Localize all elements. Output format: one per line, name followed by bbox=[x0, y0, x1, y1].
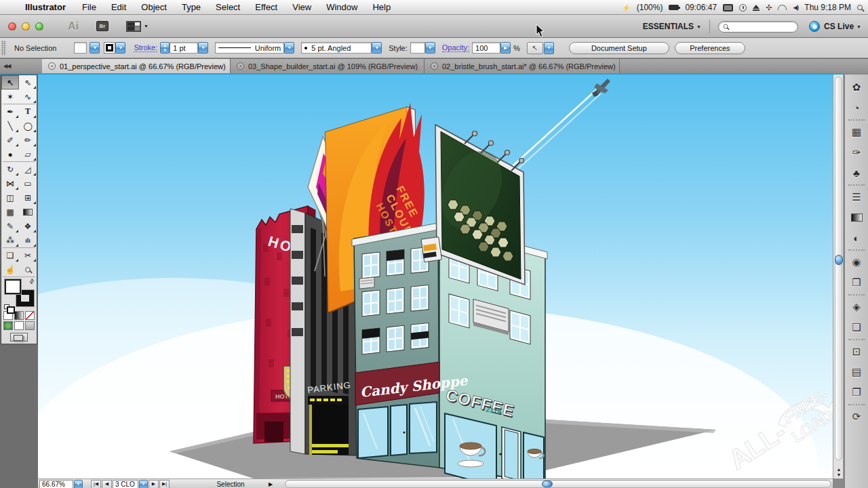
hand-tool[interactable]: ☝ bbox=[1, 262, 19, 277]
tab-scroll-left-icon[interactable]: ◀◀ bbox=[0, 59, 42, 73]
artboards-panel-icon[interactable]: ❏ bbox=[846, 317, 867, 338]
battery-icon[interactable] bbox=[669, 5, 679, 10]
style-select[interactable] bbox=[410, 42, 425, 54]
menu-window[interactable]: Window bbox=[319, 2, 365, 12]
pencil-tool[interactable]: ✏ bbox=[19, 133, 37, 147]
swap-fill-stroke-icon[interactable]: ⇄ bbox=[28, 277, 36, 285]
close-window-button[interactable] bbox=[8, 22, 16, 30]
draw-mode-shape-icon[interactable] bbox=[3, 321, 13, 330]
gradient-panel-icon[interactable] bbox=[846, 207, 867, 228]
layers-panel-icon[interactable]: ◈ bbox=[846, 297, 867, 317]
selection-tool[interactable]: ↖ bbox=[1, 75, 19, 89]
select-similar-dropdown-button[interactable]: ▼ bbox=[544, 42, 554, 54]
transform-panel-icon[interactable]: ⊡ bbox=[846, 342, 867, 362]
scroll-down-icon[interactable]: ▼ bbox=[833, 472, 844, 478]
stroke-panel-link[interactable]: Stroke: bbox=[134, 43, 157, 52]
menu-illustrator[interactable]: Illustrator bbox=[16, 2, 75, 12]
close-tab-icon[interactable]: × bbox=[431, 62, 438, 70]
opacity-panel-link[interactable]: Opacity: bbox=[442, 43, 469, 52]
dock-separator[interactable] bbox=[848, 119, 865, 121]
menu-help[interactable]: Help bbox=[365, 2, 398, 12]
dock-separator[interactable] bbox=[848, 184, 865, 186]
paintbrush-tool[interactable]: ✐ bbox=[1, 133, 19, 147]
menu-select[interactable]: Select bbox=[208, 2, 248, 12]
menu-object[interactable]: Object bbox=[134, 2, 174, 12]
opacity-field[interactable]: 100 bbox=[472, 42, 500, 54]
links-panel-icon[interactable]: ⟳ bbox=[846, 407, 867, 427]
tab-bristle-brush-start[interactable]: × 02_bristle_brush_start.ai* @ 66.67% (R… bbox=[425, 59, 620, 73]
swatches-panel-icon[interactable]: ▦ bbox=[846, 122, 867, 142]
stroke-color-well[interactable] bbox=[104, 42, 115, 54]
scroll-up-icon[interactable]: ▲ bbox=[833, 467, 844, 472]
first-artboard-button[interactable]: |◀ bbox=[91, 480, 101, 488]
stroke-dropdown-button[interactable]: ▼ bbox=[115, 42, 125, 54]
line-segment-tool[interactable]: ╲ bbox=[1, 119, 19, 133]
zoom-window-button[interactable] bbox=[35, 22, 43, 30]
stroke-panel-icon[interactable]: ☰ bbox=[846, 187, 867, 207]
spotlight-icon[interactable] bbox=[857, 5, 863, 10]
artboard-tool[interactable]: ❏ bbox=[1, 248, 19, 262]
symbol-sprayer-tool[interactable]: ⁂ bbox=[1, 233, 19, 247]
status-flyout-icon[interactable]: ▶ bbox=[269, 481, 273, 487]
horizontal-scrollbar[interactable] bbox=[285, 480, 831, 488]
menu-effect[interactable]: Effect bbox=[248, 2, 285, 12]
volume-icon[interactable]: ◀) bbox=[793, 4, 798, 11]
displays-icon[interactable] bbox=[723, 4, 733, 12]
cs-live-menu[interactable]: CS Live bbox=[824, 22, 854, 31]
zoom-tool[interactable] bbox=[19, 262, 37, 277]
horizontal-scroll-track[interactable] bbox=[286, 481, 830, 487]
lasso-tool[interactable]: ∿ bbox=[19, 89, 37, 104]
appearance-panel-icon[interactable]: ◉ bbox=[846, 252, 867, 272]
rotate-tool[interactable]: ↻ bbox=[1, 162, 19, 176]
scale-tool[interactable]: ◿ bbox=[19, 162, 37, 176]
eject-icon[interactable] bbox=[753, 5, 760, 11]
color-panel-icon[interactable]: ✿ bbox=[846, 77, 867, 98]
fill-color-well[interactable] bbox=[74, 42, 87, 54]
draw-behind-button[interactable] bbox=[25, 321, 35, 330]
last-artboard-button[interactable]: ▶| bbox=[159, 480, 170, 488]
symbols-panel-icon[interactable]: ♣ bbox=[846, 163, 867, 183]
direct-selection-tool[interactable]: ⇖ bbox=[19, 75, 37, 89]
brushes-panel-icon[interactable]: ✑ bbox=[846, 142, 867, 163]
slice-tool[interactable]: ✂ bbox=[19, 248, 37, 262]
dock-separator[interactable] bbox=[848, 294, 865, 296]
menu-file[interactable]: File bbox=[75, 2, 104, 12]
align-panel-icon[interactable]: ▤ bbox=[846, 362, 867, 382]
battery-charging-icon[interactable]: ⚡ bbox=[622, 4, 630, 12]
dock-separator[interactable] bbox=[848, 404, 865, 405]
dock-separator[interactable] bbox=[848, 339, 865, 340]
document-canvas[interactable]: HOTEL HOTEL PARKING bbox=[38, 75, 833, 479]
menu-type[interactable]: Type bbox=[174, 2, 208, 12]
brush-dropdown-button[interactable]: ▼ bbox=[372, 42, 382, 54]
tab-perspective-start[interactable]: × 01_perspective_start.ai @ 66.67% (RGB/… bbox=[42, 59, 231, 73]
color-guide-panel-icon[interactable]: ◔ bbox=[846, 98, 867, 118]
wifi-icon[interactable] bbox=[778, 5, 787, 10]
menu-edit[interactable]: Edit bbox=[104, 2, 134, 12]
panel-grip[interactable] bbox=[1, 41, 6, 56]
eyedropper-tool[interactable]: ✎ bbox=[1, 219, 19, 233]
opacity-dropdown-button[interactable]: ▶ bbox=[500, 42, 511, 54]
tab-shape-builder-start[interactable]: × 03_Shape_builder_start.ai @ 109% (RGB/… bbox=[231, 59, 425, 73]
gradient-tool[interactable] bbox=[19, 205, 37, 219]
stroke-weight-stepper[interactable]: ▲▼ bbox=[160, 42, 170, 54]
none-button[interactable] bbox=[25, 311, 35, 320]
bridge-button[interactable]: Br bbox=[96, 21, 108, 31]
type-tool[interactable]: T bbox=[19, 104, 37, 119]
stroke-weight-dropdown-button[interactable]: ▼ bbox=[198, 42, 208, 54]
search-input[interactable] bbox=[718, 21, 798, 33]
shape-builder-tool[interactable]: ◫ bbox=[1, 190, 19, 205]
select-similar-button[interactable]: ↖ bbox=[527, 42, 543, 54]
fill-stroke-indicator[interactable]: ⇄ bbox=[1, 277, 37, 310]
stroke-weight-field[interactable]: 1 pt bbox=[170, 42, 198, 54]
time-machine-icon[interactable] bbox=[739, 4, 747, 12]
menu-view[interactable]: View bbox=[285, 2, 319, 12]
transparency-panel-icon[interactable]: ◐ bbox=[846, 228, 867, 248]
vertical-scrollbar[interactable]: ▲ ▼ bbox=[833, 75, 844, 479]
artboard-field[interactable]: 3 CLO bbox=[113, 480, 138, 488]
eraser-tool[interactable]: ▱ bbox=[19, 147, 37, 161]
column-graph-tool[interactable]: ılı bbox=[19, 233, 37, 247]
default-fill-stroke-icon[interactable] bbox=[4, 304, 9, 309]
fill-dropdown-button[interactable]: ▼ bbox=[90, 42, 100, 54]
blend-tool[interactable]: ❖ bbox=[19, 219, 37, 233]
graphic-styles-panel-icon[interactable]: ❒ bbox=[846, 272, 867, 293]
